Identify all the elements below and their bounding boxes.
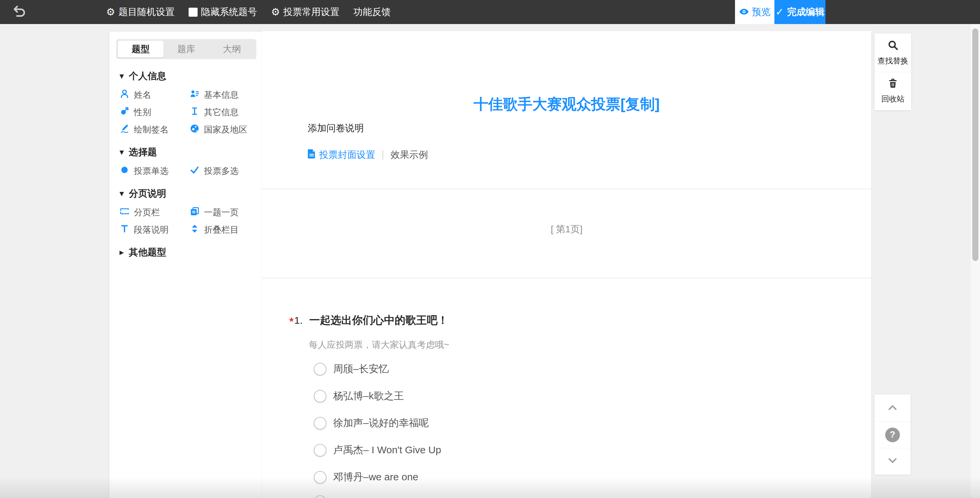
sidebar-item-vote-multi[interactable]: 投票多选 — [189, 165, 255, 177]
tab-question-types[interactable]: 题型 — [118, 41, 164, 57]
option-row[interactable]: 周颀–长安忆 — [314, 355, 441, 382]
tab-outline[interactable]: 大纲 — [209, 41, 255, 57]
vertical-divider — [382, 150, 383, 159]
option-label[interactable]: 徐加声–说好的幸福呢 — [333, 416, 429, 430]
editor-canvas: 十佳歌手大赛观众投票[复制] 添加问卷说明 投票封面设置 效果示例 [ 第1页]… — [262, 31, 871, 498]
radio-button[interactable] — [314, 444, 326, 457]
effect-example-link[interactable]: 效果示例 — [391, 148, 428, 161]
sidebar-item-label: 其它信息 — [204, 107, 239, 118]
scroll-up-button[interactable] — [875, 395, 911, 421]
tab-question-bank[interactable]: 题库 — [164, 41, 209, 57]
scrollbar-track[interactable] — [970, 24, 980, 498]
menu-item-random-settings[interactable]: ⚙ 题目随机设置 — [106, 6, 175, 18]
radio-button[interactable] — [314, 363, 326, 375]
scrollbar-thumb[interactable] — [972, 29, 978, 261]
globe-icon — [189, 124, 200, 136]
vote-cover-settings-link[interactable]: 投票封面设置 — [307, 148, 375, 161]
sidebar-item-label: 绘制签名 — [134, 124, 169, 135]
sidebar-item-vote-single[interactable]: 投票单选 — [119, 165, 189, 177]
section-header-page-description[interactable]: ▼ 分页说明 — [119, 188, 255, 199]
question-number: 1. — [294, 315, 302, 326]
collapse-icon — [189, 224, 200, 236]
sidebar-item-page-break[interactable]: 分页栏 — [119, 207, 189, 218]
option-row[interactable]: 杨弘博–k歌之王 — [314, 382, 441, 410]
one-page-icon — [189, 206, 200, 219]
text-icon — [119, 224, 129, 236]
sidebar-item-paragraph[interactable]: 段落说明 — [119, 224, 189, 235]
finish-label: 完成编辑 — [787, 6, 824, 18]
caret-down-icon: ▼ — [119, 73, 124, 80]
sidebar-item-label: 分页栏 — [134, 207, 160, 218]
section-header-choice-questions[interactable]: ▼ 选择题 — [119, 146, 255, 158]
finish-editing-button[interactable]: ✓ 完成编辑 — [775, 0, 826, 24]
radio-button[interactable] — [314, 495, 326, 498]
option-row[interactable]: 邓博丹–we are one — [314, 464, 441, 491]
hide-numbers-checkbox[interactable] — [189, 8, 197, 17]
preview-button[interactable]: 预览 — [735, 0, 775, 24]
section-items-choice-questions: 投票单选 投票多选 — [119, 165, 255, 177]
find-replace-button[interactable]: 查找替换 — [875, 33, 911, 72]
section-header-personal-info[interactable]: ▼ 个人信息 — [119, 70, 255, 82]
menu-item-label: 题目随机设置 — [118, 6, 175, 18]
cover-settings-label: 投票封面设置 — [319, 148, 375, 161]
document-icon — [307, 149, 316, 161]
sidebar-item-label: 基本信息 — [204, 89, 239, 101]
sidebar-item-signature[interactable]: 绘制签名 — [119, 124, 189, 135]
menu-item-vote-settings[interactable]: ⚙ 投票常用设置 — [271, 6, 339, 18]
option-label[interactable]: 杨弘博–k歌之王 — [333, 389, 404, 403]
question-subtitle[interactable]: 每人应投两票，请大家认真考虑哦~ — [309, 339, 449, 351]
question-mark-icon: ? — [885, 428, 900, 442]
required-asterisk: * — [290, 315, 293, 328]
sidebar-item-other-info[interactable]: 其它信息 — [189, 107, 255, 118]
preview-label: 预览 — [752, 6, 771, 18]
section-divider — [262, 189, 871, 189]
sidebar-item-collapse-column[interactable]: 折叠栏目 — [189, 224, 255, 235]
menu-item-hide-question-numbers[interactable]: 隐藏系统题号 — [189, 6, 257, 18]
scroll-down-button[interactable] — [875, 448, 911, 475]
trash-icon — [888, 78, 898, 91]
eye-icon — [739, 7, 749, 18]
section-title: 其他题型 — [129, 246, 166, 259]
sidebar-item-one-question-per-page[interactable]: 一题一页 — [189, 207, 255, 218]
option-row[interactable]: 徐加声–说好的幸福呢 — [314, 410, 441, 437]
question-title[interactable]: 一起选出你们心中的歌王吧！ — [309, 313, 448, 328]
male-icon — [119, 106, 129, 118]
menu-item-feedback[interactable]: 功能反馈 — [353, 6, 391, 18]
sidebar-item-label: 折叠栏目 — [204, 224, 239, 235]
gear-icon: ⚙ — [271, 7, 280, 17]
section-header-other-types[interactable]: ▶ 其他题型 — [119, 247, 255, 258]
gear-icon: ⚙ — [106, 7, 115, 17]
recycle-bin-label: 回收站 — [881, 94, 905, 104]
sidebar-item-label: 姓名 — [134, 89, 151, 101]
survey-title[interactable]: 十佳歌手大赛观众投票[复制] — [262, 94, 871, 114]
section-title: 选择题 — [129, 146, 157, 159]
question-1-header[interactable]: * 1. 一起选出你们心中的歌王吧！ — [290, 313, 448, 328]
sidebar-item-name[interactable]: 姓名 — [119, 89, 189, 100]
menu-item-label: 功能反馈 — [353, 6, 391, 18]
sidebar-item-gender[interactable]: 性别 — [119, 107, 189, 118]
option-row[interactable]: 卢禹杰– I Won't Give Up — [314, 437, 441, 464]
help-button[interactable]: ? — [875, 421, 911, 448]
sidebar-item-label: 投票多选 — [204, 165, 239, 177]
radio-button[interactable] — [314, 390, 326, 403]
sidebar-item-basic-info[interactable]: 基本信息 — [189, 89, 255, 100]
sidebar-item-country-region[interactable]: 国家及地区 — [189, 124, 255, 135]
sidebar-item-label: 投票单选 — [134, 165, 169, 177]
option-label[interactable]: 邓博丹–we are one — [333, 470, 418, 484]
search-icon — [887, 40, 899, 53]
radio-button[interactable] — [314, 471, 326, 484]
recycle-bin-button[interactable]: 回收站 — [875, 72, 911, 110]
radio-button[interactable] — [314, 417, 326, 430]
menu-item-label: 隐藏系统题号 — [201, 6, 257, 18]
check-icon: ✓ — [775, 7, 784, 17]
add-description-link[interactable]: 添加问卷说明 — [308, 122, 364, 135]
page-label: [ 第1页] — [262, 223, 871, 235]
caret-right-icon: ▶ — [119, 249, 124, 256]
sidebar-item-label: 性别 — [134, 107, 151, 118]
question-options: 周颀–长安忆 杨弘博–k歌之王 徐加声–说好的幸福呢 卢禹杰– I Won't … — [314, 355, 441, 498]
option-label[interactable]: 周颀–长安忆 — [333, 362, 389, 376]
option-row-partial[interactable] — [314, 488, 441, 498]
option-label[interactable]: 卢禹杰– I Won't Give Up — [333, 443, 441, 457]
undo-back-button[interactable] — [10, 5, 29, 20]
page-1-band[interactable]: [ 第1页] — [262, 191, 871, 278]
